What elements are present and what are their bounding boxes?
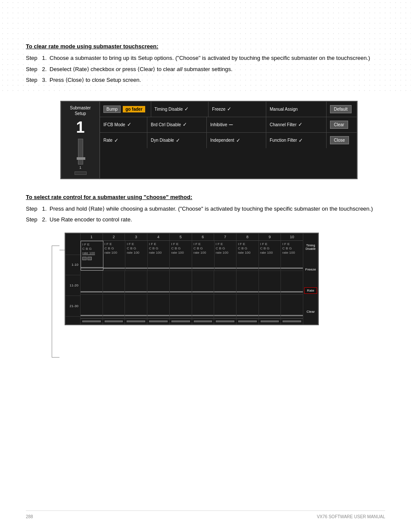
rate-cell-3-8 <box>237 295 259 318</box>
bump-button[interactable]: Bump <box>103 106 121 113</box>
rate-data-row-1: I F E C B G rate 100 I F EC B Grate 1 <box>81 241 303 271</box>
rate-cell-2-6 <box>192 271 215 294</box>
row-label-21-30: 21-30 <box>65 296 80 317</box>
bracket-line <box>59 250 65 250</box>
manual-assign-cell: Manual Assign <box>266 102 327 117</box>
bottom-fader-row <box>81 318 303 324</box>
page-footer: 288 VX76 SOFTWARE USER MANUAL <box>26 510 385 519</box>
step-text: Deselect ⟨Rate⟩ checkbox or press ⟨Clear… <box>50 65 385 74</box>
timing-disable-label: Timing Disable <box>155 107 183 112</box>
rate-header-row: 1 2 3 4 5 6 7 8 9 10 <box>81 233 303 241</box>
brd-ctrl-disable-label: Brd Ctrl Disable <box>151 122 181 127</box>
row-label-1-10: 1-10 <box>65 255 80 276</box>
fader-slider <box>82 320 101 322</box>
step-text: Press ⟨Close⟩ to close Setup screen. <box>50 76 385 84</box>
rate-cell-2-3 <box>125 271 147 294</box>
step-item: Step 2. Deselect ⟨Rate⟩ checkbox or pres… <box>26 65 385 74</box>
rate-cell-3-9 <box>259 295 281 318</box>
close-cell: Close <box>327 133 357 148</box>
fader-bar <box>148 268 170 269</box>
section2-steps: Step 1. Press and hold ⟨Rate⟩ while choo… <box>26 205 385 224</box>
dyn-disable-cell: Dyn Disable ✓ <box>147 133 207 148</box>
rate-cell-1-5: I F EC B Grate 100 <box>170 241 192 271</box>
channel-filter-cell: Channel Filter ✓ <box>266 117 327 132</box>
fader-bar <box>259 268 281 269</box>
section2-heading: To select rate control for a submaster u… <box>26 194 385 200</box>
rate-col-header-8: 8 <box>237 233 259 240</box>
rate-cell-1-2: I F EC B Grate 100 <box>103 241 126 271</box>
brd-ctrl-disable-cell: Brd Ctrl Disable ✓ <box>147 117 207 132</box>
rate-check: ✓ <box>114 137 118 143</box>
submaster-panel: SubmasterSetup 1 1 Bump go fader <box>60 101 358 179</box>
function-filter-label: Function Filter <box>270 138 297 143</box>
clear-side-btn[interactable]: Clear <box>304 309 317 314</box>
rate-cell-2-1 <box>81 271 103 294</box>
fader-bar <box>192 268 214 269</box>
cell-btn-b <box>87 257 92 260</box>
rate-col-header-6: 6 <box>192 233 215 240</box>
rate-cell-2-9 <box>259 271 281 294</box>
step-label: Step 2. <box>26 215 50 224</box>
rate-col-header-2: 2 <box>103 233 125 240</box>
bottom-fader-cell <box>170 319 192 324</box>
inhibitive-label: Inhibitive <box>210 122 227 127</box>
fader-container: 1 <box>78 139 83 170</box>
cell-btn-d <box>82 257 87 260</box>
fader-number: 1 <box>79 165 81 170</box>
ifcb-mode-check: ✓ <box>127 121 131 128</box>
function-filter-check: ✓ <box>299 137 303 143</box>
rate-side-btn[interactable]: Rate <box>304 287 317 294</box>
dyn-disable-check: ✓ <box>176 137 180 143</box>
freeze-side-btn[interactable]: Freeze <box>304 267 317 272</box>
fader-bar <box>215 268 237 269</box>
rate-grid: 1 2 3 4 5 6 7 8 9 10 I F E <box>81 233 303 324</box>
rate-cell-2-8 <box>237 271 259 294</box>
timing-disable-side-btn[interactable]: TimingDisable <box>304 243 317 252</box>
step-text: Press and hold ⟨Rate⟩ while choosing a s… <box>50 205 385 213</box>
submaster-panel-container: SubmasterSetup 1 1 Bump go fader <box>60 101 358 179</box>
step-label: Step 1. <box>26 205 50 213</box>
rate-label: Rate <box>103 138 112 143</box>
fader-bar <box>103 268 125 269</box>
bottom-fader-cell <box>81 319 103 324</box>
default-button[interactable]: Default <box>330 105 352 113</box>
rate-col-header-7: 7 <box>214 233 237 240</box>
rate-cell-3-2 <box>103 295 125 318</box>
rate-cell-3-4 <box>147 295 170 318</box>
row-label-11-20: 11-20 <box>65 275 80 296</box>
row-label-bottom <box>65 317 80 324</box>
bracket-left <box>52 246 59 358</box>
close-button[interactable]: Close <box>330 136 349 144</box>
inhibitive-cell: Inhibitive – <box>207 117 266 132</box>
panel-row-2: IFCB Mode ✓ Brd Ctrl Disable ✓ Inhibitiv… <box>100 117 357 133</box>
rate-cell-3-1 <box>81 295 103 318</box>
rate-col-header-10: 10 <box>281 233 303 240</box>
rate-cell-3-7 <box>214 295 237 318</box>
rate-side-buttons: TimingDisable Freeze Rate Clear <box>303 233 318 324</box>
panel-right: Bump go fader Timing Disable ✓ Freeze ✓ … <box>100 102 357 178</box>
timing-disable-cell: Timing Disable ✓ <box>151 102 209 117</box>
panel-row-1: Bump go fader Timing Disable ✓ Freeze ✓ … <box>100 102 357 117</box>
go-fader-button[interactable]: go fader <box>123 106 145 112</box>
rate-cell-1-7: I F EC B Grate 100 <box>215 241 237 271</box>
step-item: Step 2. Use Rate encoder to control rate… <box>26 215 385 224</box>
rate-cell-1-6: I F EC B Grate 100 <box>192 241 215 271</box>
dyn-disable-label: Dyn Disable <box>151 138 174 143</box>
fader-bottom-bar <box>75 171 87 175</box>
rate-data-row-2 <box>81 271 303 295</box>
channel-filter-check: ✓ <box>298 121 302 128</box>
rate-cell-2-4 <box>147 271 170 294</box>
bottom-fader-cell <box>281 319 303 324</box>
manual-assign-label: Manual Assign <box>270 107 298 112</box>
rate-cell-1-9: I F EC B Grate 100 <box>259 241 281 271</box>
rate-cell-1-8: I F EC B Grate 100 <box>237 241 259 271</box>
inhibitive-dash: – <box>229 121 233 128</box>
fader-bar <box>281 268 303 269</box>
panel-left: SubmasterSetup 1 1 <box>61 102 100 178</box>
rate-cell-3-10 <box>281 295 303 318</box>
submaster-number: 1 <box>76 120 84 135</box>
rate-row-labels: 1-10 11-20 21-30 <box>65 233 81 324</box>
step-label: Step 2. <box>26 65 50 74</box>
clear-button[interactable]: Clear <box>330 121 348 129</box>
rate-cell-3-3 <box>125 295 147 318</box>
